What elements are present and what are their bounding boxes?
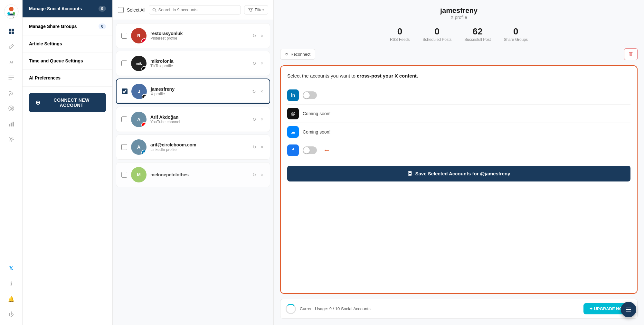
svg-point-16	[10, 138, 12, 140]
account-card-arifcircleboom[interactable]: A in arif@circleboom.com LinkedIn profil…	[116, 135, 270, 160]
checkbox-melonepetclothes[interactable]	[121, 172, 127, 178]
stats-row: 0 RSS Feeds 0 Scheduled Posts 62 Succesf…	[280, 26, 638, 42]
refresh-arifakdogan[interactable]: ↻	[251, 116, 258, 123]
usage-bar: Current Usage: 9 / 10 Social Accounts ✦ …	[280, 299, 638, 319]
avatar-restorasyonluk: R	[131, 28, 147, 43]
sidebar-item-manage-social[interactable]: Manage Social Accounts 9	[23, 0, 112, 18]
close-jamesfreny[interactable]: ×	[259, 88, 264, 95]
close-melonepetclothes[interactable]: ×	[260, 172, 265, 178]
sidebar: Manage Social Accounts 9 Manage Share Gr…	[23, 0, 113, 325]
save-accounts-button[interactable]: Save Selected Accounts for @jamesfreny	[287, 166, 630, 181]
nav-notifications[interactable]: 🔔	[5, 292, 18, 306]
filter-button[interactable]: Filter	[244, 5, 268, 14]
card-actions-arifcircleboom: ↻ ×	[251, 144, 265, 150]
refresh-melonepetclothes[interactable]: ↻	[251, 172, 258, 178]
refresh-mikrofonla[interactable]: ↻	[251, 60, 258, 67]
account-list-header: Select All Filter	[113, 0, 273, 20]
card-actions-jamesfreny: ↻ ×	[251, 88, 264, 95]
sidebar-item-ai-prefs[interactable]: AI Preferences	[23, 70, 112, 87]
app-logo[interactable]: X	[4, 4, 19, 19]
reconnect-bar: ↻ Reconnect	[280, 48, 638, 60]
svg-point-1	[9, 7, 14, 11]
refresh-arifcircleboom[interactable]: ↻	[251, 144, 258, 150]
svg-text:X: X	[13, 16, 14, 19]
close-restorasyonluk[interactable]: ×	[260, 32, 265, 39]
checkbox-mikrofonla[interactable]	[121, 60, 127, 66]
filter-icon	[248, 8, 253, 12]
search-input[interactable]	[158, 7, 238, 12]
profile-header: jamesfreny X profile	[280, 6, 638, 20]
nav-feed[interactable]	[5, 71, 18, 84]
nav-settings[interactable]	[5, 133, 18, 146]
account-card-mikrofonla[interactable]: mik ♪ mikrofonla TikTok profile ↻ ×	[116, 51, 270, 76]
checkbox-restorasyonluk[interactable]	[121, 33, 127, 39]
account-card-melonepetclothes[interactable]: M melonepetclothes ↻ ×	[116, 162, 270, 187]
usage-text: Current Usage: 9 / 10 Social Accounts	[300, 306, 580, 311]
search-icon	[152, 8, 156, 12]
cross-post-title: Select the accounts you want to cross-po…	[287, 72, 630, 80]
sidebar-item-article-settings[interactable]: Article Settings	[23, 35, 112, 52]
sidebar-item-time-queue[interactable]: Time and Queue Settings	[23, 52, 112, 70]
nav-rss[interactable]	[5, 86, 18, 100]
linkedin-toggle[interactable]	[303, 91, 317, 99]
save-icon	[407, 171, 412, 176]
connect-new-account-button[interactable]: ⊕ CONNECT NEW ACCOUNT	[29, 93, 106, 112]
hamburger-fab[interactable]	[621, 302, 636, 317]
social-toggle-linkedin: in	[287, 86, 630, 105]
account-card-restorasyonluk[interactable]: R restorasyonluk Pinterest profile ↻ ×	[116, 23, 270, 48]
svg-point-12	[11, 108, 12, 109]
avatar-arifakdogan: A	[131, 112, 147, 127]
card-actions-restorasyonluk: ↻ ×	[251, 32, 265, 39]
close-arifakdogan[interactable]: ×	[260, 116, 265, 123]
svg-rect-13	[9, 124, 10, 126]
nav-dashboard[interactable]	[5, 24, 18, 38]
facebook-toggle[interactable]	[303, 146, 317, 154]
cross-post-panel: Select the accounts you want to cross-po…	[280, 65, 638, 294]
card-actions-arifakdogan: ↻ ×	[251, 116, 265, 123]
nav-power[interactable]: ⏻	[5, 308, 18, 321]
nav-twitter[interactable]: 𝕏	[5, 261, 18, 275]
account-info-jamesfreny: jamesfreny X profile	[151, 87, 247, 96]
arrow-indicator: ←	[323, 146, 330, 154]
sidebar-item-manage-share[interactable]: Manage Share Groups 0	[23, 18, 112, 35]
close-arifcircleboom[interactable]: ×	[260, 144, 265, 150]
nav-info[interactable]: ℹ	[5, 277, 18, 290]
card-actions-mikrofonla: ↻ ×	[251, 60, 265, 67]
nav-ai[interactable]: AI	[5, 55, 18, 69]
nav-target[interactable]	[5, 102, 18, 115]
reconnect-button[interactable]: ↻ Reconnect	[280, 49, 315, 60]
stat-rss-feeds: 0 RSS Feeds	[390, 26, 410, 42]
checkbox-arifcircleboom[interactable]	[121, 144, 127, 150]
checkbox-arifakdogan[interactable]	[121, 116, 127, 122]
refresh-jamesfreny[interactable]: ↻	[251, 88, 257, 95]
account-info-arifcircleboom: arif@circleboom.com LinkedIn profile	[150, 142, 247, 152]
svg-rect-14	[11, 123, 12, 126]
svg-point-0	[4, 5, 18, 19]
search-box[interactable]	[149, 5, 241, 14]
account-card-arifakdogan[interactable]: A Arif Akdoğan YouTube channel ↻ ×	[116, 107, 270, 132]
card-actions-melonepetclothes: ↻ ×	[251, 172, 265, 178]
profile-type: X profile	[280, 15, 638, 20]
svg-point-3	[13, 12, 15, 15]
trash-icon	[628, 51, 633, 56]
svg-point-2	[7, 12, 10, 15]
svg-rect-25	[409, 174, 411, 175]
social-toggle-facebook: f ←	[287, 141, 630, 159]
svg-rect-8	[12, 32, 14, 34]
stat-successful-post: 62 Succesfull Post	[464, 26, 491, 42]
select-all-checkbox[interactable]	[118, 7, 124, 13]
svg-rect-6	[12, 29, 14, 31]
refresh-restorasyonluk[interactable]: ↻	[251, 32, 258, 39]
hamburger-icon	[625, 306, 632, 313]
account-card-jamesfreny[interactable]: J 𝕏 jamesfreny X profile ↻ ×	[116, 79, 270, 104]
account-info-mikrofonla: mikrofonla TikTok profile	[150, 59, 247, 68]
nav-compose[interactable]	[5, 40, 18, 53]
social-toggle-threads: @ Coming soon!	[287, 105, 630, 123]
avatar-jamesfreny: J 𝕏	[131, 84, 147, 99]
right-panel: jamesfreny X profile 0 RSS Feeds 0 Sched…	[274, 0, 644, 325]
nav-analytics[interactable]	[5, 117, 18, 131]
delete-account-button[interactable]	[624, 48, 638, 60]
close-mikrofonla[interactable]: ×	[260, 60, 265, 67]
account-list-panel: Select All Filter R	[113, 0, 274, 325]
checkbox-jamesfreny[interactable]	[122, 88, 128, 94]
